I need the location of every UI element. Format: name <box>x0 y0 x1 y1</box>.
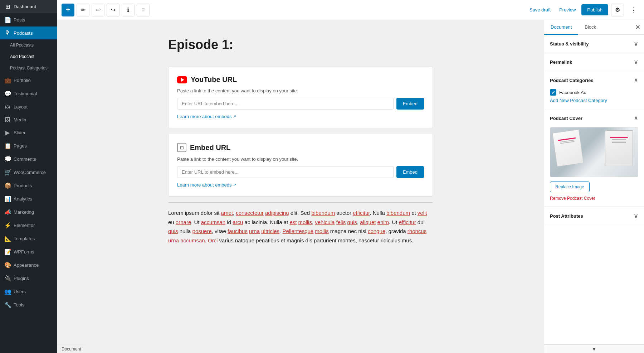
sidebar-label-elementor: Elementor <box>14 223 35 228</box>
sidebar-item-testimonial[interactable]: 💬 Testimonial <box>0 87 57 100</box>
list-icon: ≡ <box>141 7 145 13</box>
sidebar-item-dashboard[interactable]: ⊞ Dashboard <box>0 0 57 13</box>
more-options-button[interactable]: ⋮ <box>627 4 640 16</box>
sidebar-item-media[interactable]: 🖼 Media <box>0 113 57 126</box>
toolbar-right: Save draft Preview Publish ⚙ ⋮ <box>527 4 640 16</box>
toolbar-left: + ✏ ↩ ↪ ℹ ≡ <box>62 4 150 16</box>
facebook-ad-checkbox[interactable]: ✓ <box>550 89 556 96</box>
sidebar-item-wpforms[interactable]: 📝 WPForms <box>0 245 57 258</box>
sidebar-item-products[interactable]: 📦 Products <box>0 179 57 192</box>
sidebar-item-woocommerce[interactable]: 🛒 WooCommerce <box>0 166 57 179</box>
toolbar: + ✏ ↩ ↪ ℹ ≡ Save draft Preview Publish ⚙ <box>57 0 644 20</box>
podcast-cover-title: Podcast Cover <box>550 116 582 121</box>
save-draft-button[interactable]: Save draft <box>527 7 553 13</box>
panel-tabs: Document Block ✕ <box>544 20 644 35</box>
embed-input-row: Embed <box>177 166 424 178</box>
post-attributes-header[interactable]: Post Attributes ∨ <box>544 207 644 225</box>
add-block-button[interactable]: + <box>62 4 74 16</box>
status-visibility-header[interactable]: Status & visibility ∨ <box>544 35 644 53</box>
youtube-icon <box>177 76 187 83</box>
embed-block-title: Embed URL <box>190 144 230 152</box>
sidebar-label-pages: Pages <box>14 143 27 149</box>
sidebar-item-comments[interactable]: 💭 Comments <box>0 153 57 166</box>
post-title[interactable]: Episode 1: <box>168 34 433 55</box>
replace-image-button[interactable]: Replace Image <box>550 182 590 192</box>
sidebar-item-pages[interactable]: 📋 Pages <box>0 139 57 153</box>
sidebar-label-all-podcasts: All Podcasts <box>10 43 34 48</box>
sidebar-item-tools[interactable]: 🔧 Tools <box>0 298 57 311</box>
lorem-paragraph: Lorem ipsum dolor sit amet, consectetur … <box>168 208 433 245</box>
youtube-embed-button[interactable]: Embed <box>396 98 424 110</box>
embed-url-input[interactable] <box>177 166 394 178</box>
category-facebook-ad-row: ✓ Facebook Ad <box>550 89 638 96</box>
list-view-button[interactable]: ≡ <box>137 4 150 16</box>
post-attributes-title: Post Attributes <box>550 213 583 219</box>
sidebar-item-podcast-categories[interactable]: Podcast Categories <box>0 62 57 74</box>
plugins-icon: 🔌 <box>4 275 11 282</box>
main-area: + ✏ ↩ ↪ ℹ ≡ Save draft Preview Publish ⚙ <box>57 0 644 353</box>
portfolio-icon: 💼 <box>4 77 11 84</box>
embed-embed-button[interactable]: Embed <box>396 166 424 178</box>
tools-icon: 🔧 <box>4 301 11 308</box>
tools-button[interactable]: ✏ <box>77 4 89 16</box>
sidebar-item-all-podcasts[interactable]: All Podcasts <box>0 39 57 51</box>
youtube-learn-link-text: Learn more about embeds <box>177 114 231 119</box>
embed-learn-more-link[interactable]: Learn more about embeds ↗ <box>177 182 424 188</box>
sidebar-item-podcasts[interactable]: 🎙 Podcasts <box>0 26 57 39</box>
embed-description: Paste a link to the content you want to … <box>177 156 424 162</box>
publish-button[interactable]: Publish <box>581 4 608 15</box>
podcast-categories-header[interactable]: Podcast Categories ∧ <box>544 71 644 89</box>
remove-podcast-cover-link[interactable]: Remove Podcast Cover <box>550 196 638 201</box>
permalink-section: Permalink ∨ <box>544 53 644 71</box>
sidebar-label-analytics: Analytics <box>14 196 32 202</box>
info-button[interactable]: ℹ <box>122 4 135 16</box>
panel-scroll-down[interactable]: ▼ <box>544 344 644 353</box>
sidebar-item-users[interactable]: 👥 Users <box>0 285 57 298</box>
sidebar-item-layout[interactable]: 🗂 Layout <box>0 100 57 113</box>
settings-button[interactable]: ⚙ <box>611 4 624 16</box>
sidebar-label-posts: Posts <box>14 17 25 23</box>
slider-icon: ▶ <box>4 129 11 136</box>
panel-close-button[interactable]: ✕ <box>631 21 644 34</box>
sidebar-item-marketing[interactable]: 📣 Marketing <box>0 205 57 219</box>
sidebar-item-add-podcast[interactable]: Add Podcast <box>0 51 57 62</box>
sidebar-item-posts[interactable]: 📄 Posts <box>0 13 57 26</box>
youtube-learn-more-link[interactable]: Learn more about embeds ↗ <box>177 114 424 119</box>
sidebar-label-appearance: Appearance <box>14 262 39 268</box>
podcasts-icon: 🎙 <box>4 30 11 36</box>
editor-area[interactable]: Episode 1: YouTube URL Paste a link to t… <box>57 20 544 353</box>
undo-button[interactable]: ↩ <box>92 4 104 16</box>
sidebar-label-tools: Tools <box>14 302 24 308</box>
sidebar-item-elementor[interactable]: ⚡ Elementor <box>0 219 57 232</box>
tab-document[interactable]: Document <box>544 20 578 35</box>
sidebar: ⊞ Dashboard 📄 Posts 🎙 Podcasts All Podca… <box>0 0 57 353</box>
editor-content: Episode 1: YouTube URL Paste a link to t… <box>168 34 433 245</box>
youtube-url-input[interactable] <box>177 98 394 110</box>
podcast-categories-title: Podcast Categories <box>550 78 593 83</box>
document-label: Document <box>57 345 86 353</box>
analytics-icon: 📊 <box>4 195 11 202</box>
ellipsis-icon: ⋮ <box>630 6 637 14</box>
embed-icon-symbol: ⊡ <box>180 145 184 150</box>
podcast-cover-header[interactable]: Podcast Cover ∧ <box>544 109 644 127</box>
sidebar-item-appearance[interactable]: 🎨 Appearance <box>0 258 57 272</box>
pencil-icon: ✏ <box>81 6 86 13</box>
sidebar-label-slider: Slider <box>14 130 25 135</box>
undo-icon: ↩ <box>96 6 101 13</box>
sidebar-item-portfolio[interactable]: 💼 Portfolio <box>0 74 57 87</box>
add-new-category-link[interactable]: Add New Podcast Category <box>550 98 607 103</box>
preview-button[interactable]: Preview <box>556 7 579 13</box>
redo-button[interactable]: ↪ <box>107 4 119 16</box>
wpforms-icon: 📝 <box>4 248 11 255</box>
sidebar-label-podcast-categories: Podcast Categories <box>10 66 48 71</box>
sidebar-item-slider[interactable]: ▶ Slider <box>0 126 57 139</box>
sidebar-item-templates[interactable]: 📐 Templates <box>0 232 57 245</box>
sidebar-label-templates: Templates <box>14 236 35 241</box>
sidebar-item-analytics[interactable]: 📊 Analytics <box>0 192 57 205</box>
dashboard-icon: ⊞ <box>4 3 11 10</box>
permalink-header[interactable]: Permalink ∨ <box>544 53 644 71</box>
podcast-cover-image <box>550 127 638 177</box>
tab-block[interactable]: Block <box>578 20 602 35</box>
scroll-down-icon: ▼ <box>592 346 597 352</box>
sidebar-item-plugins[interactable]: 🔌 Plugins <box>0 272 57 285</box>
